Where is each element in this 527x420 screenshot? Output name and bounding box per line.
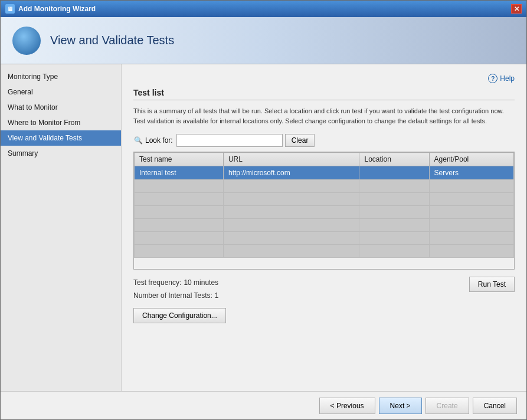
- previous-button[interactable]: < Previous: [319, 398, 375, 414]
- empty-row-4: [135, 219, 514, 232]
- clear-button[interactable]: Clear: [285, 134, 315, 147]
- help-label: Help: [500, 74, 515, 83]
- content-area: Monitoring Type General What to Monitor …: [1, 64, 526, 391]
- test-table: Test name URL Location Agent/Pool Intern…: [134, 152, 514, 258]
- main-panel: ? Help Test list This is a summary of al…: [122, 64, 526, 391]
- stat-internal-label: Number of Internal Tests:: [133, 290, 212, 303]
- title-bar: 🖥 Add Monitoring Wizard ✕: [1, 1, 526, 17]
- next-button[interactable]: Next >: [379, 398, 422, 414]
- cancel-button[interactable]: Cancel: [473, 398, 517, 414]
- header-icon: [12, 27, 41, 55]
- sidebar-item-monitoring-type[interactable]: Monitoring Type: [1, 69, 121, 84]
- col-location: Location: [359, 153, 429, 166]
- sidebar-item-general[interactable]: General: [1, 84, 121, 100]
- sidebar-item-view-and-validate[interactable]: View and Validate Tests: [1, 130, 121, 146]
- col-test-name: Test name: [135, 153, 224, 166]
- cell-agent-pool: Servers: [429, 166, 513, 180]
- description: This is a summary of all tests that will…: [133, 106, 515, 126]
- sidebar: Monitoring Type General What to Monitor …: [1, 64, 122, 391]
- stat-frequency-row: Test frequency: 10 minutes: [133, 277, 219, 290]
- col-url: URL: [223, 153, 359, 166]
- search-icon: 🔍: [133, 136, 143, 145]
- help-link[interactable]: ? Help: [488, 74, 515, 83]
- footer: < Previous Next > Create Cancel: [1, 391, 526, 419]
- empty-row-1: [135, 180, 514, 193]
- empty-row-2: [135, 193, 514, 206]
- cell-location: [359, 166, 429, 180]
- table-row[interactable]: Internal test http://microsoft.com Serve…: [135, 166, 514, 180]
- look-for-label: Look for:: [145, 136, 173, 145]
- section-title: Test list: [133, 88, 515, 100]
- sidebar-item-where-to-monitor-from[interactable]: Where to Monitor From: [1, 115, 121, 130]
- stat-frequency-value: 10 minutes: [184, 277, 218, 290]
- sidebar-item-summary[interactable]: Summary: [1, 146, 121, 161]
- empty-row-5: [135, 232, 514, 245]
- sidebar-item-what-to-monitor[interactable]: What to Monitor: [1, 100, 121, 115]
- table-header-row: Test name URL Location Agent/Pool: [135, 153, 514, 166]
- help-icon: ?: [488, 74, 497, 83]
- table-container: Test name URL Location Agent/Pool Intern…: [133, 152, 515, 270]
- close-button[interactable]: ✕: [511, 4, 522, 14]
- col-agent-pool: Agent/Pool: [429, 153, 513, 166]
- cell-url: http://microsoft.com: [223, 166, 359, 180]
- look-for-row: 🔍 Look for: Clear: [133, 134, 515, 147]
- stats-left: Test frequency: 10 minutes Number of Int…: [133, 277, 219, 302]
- header-title: View and Validate Tests: [50, 34, 174, 47]
- stat-internal-value: 1: [215, 290, 219, 303]
- search-input[interactable]: [176, 134, 283, 147]
- stats-section: Test frequency: 10 minutes Number of Int…: [133, 277, 515, 302]
- window-title: Add Monitoring Wizard: [18, 5, 96, 13]
- empty-row-6: [135, 245, 514, 258]
- empty-row-3: [135, 206, 514, 219]
- run-test-button[interactable]: Run Test: [469, 277, 515, 292]
- change-config-row: Change Configuration...: [133, 308, 515, 323]
- stat-internal-row: Number of Internal Tests: 1: [133, 290, 219, 303]
- change-configuration-button[interactable]: Change Configuration...: [133, 308, 226, 323]
- header: View and Validate Tests: [1, 17, 526, 64]
- table-wrapper: Test name URL Location Agent/Pool Intern…: [133, 152, 515, 270]
- create-button[interactable]: Create: [425, 398, 469, 414]
- stat-frequency-label: Test frequency:: [133, 277, 181, 290]
- help-row: ? Help: [133, 74, 515, 83]
- cell-test-name: Internal test: [135, 166, 224, 180]
- window-icon: 🖥: [5, 4, 15, 14]
- main-window: 🖥 Add Monitoring Wizard ✕ View and Valid…: [0, 0, 527, 420]
